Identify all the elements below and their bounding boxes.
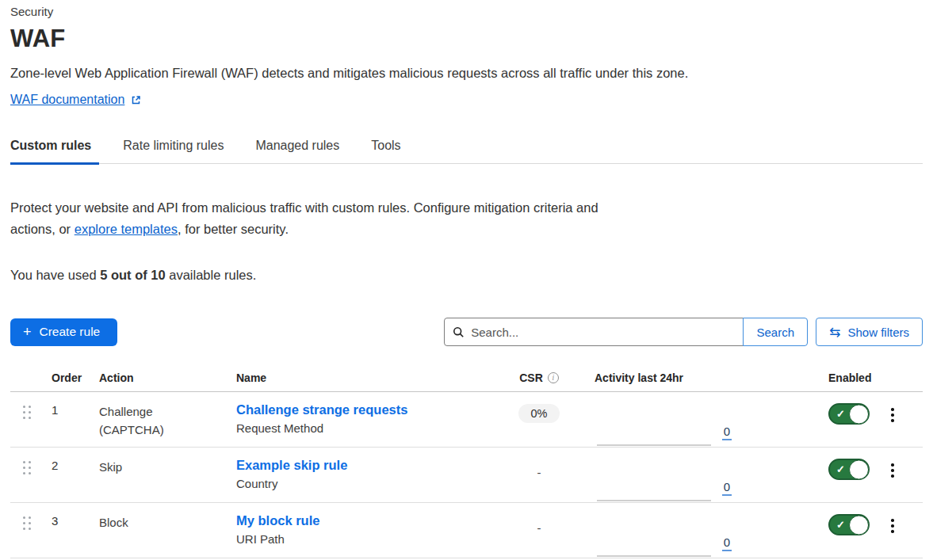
rule-action: Block <box>90 513 178 531</box>
csr-value: - <box>537 459 541 479</box>
search-button[interactable]: Search <box>743 318 808 346</box>
rule-action: Challenge (CAPTCHA) <box>90 402 178 439</box>
activity-sparkline <box>597 500 711 501</box>
plus-icon: + <box>23 325 32 339</box>
create-rule-label: Create rule <box>40 325 101 339</box>
usage-count: 5 out of 10 <box>100 268 166 282</box>
page-title: WAF <box>10 25 923 53</box>
table-row: 2 Skip Example skip rule Country - 0 ✓ <box>10 448 923 503</box>
header-drag-spacer <box>10 370 45 371</box>
row-menu-button[interactable] <box>888 516 897 536</box>
activity-cell: 0 <box>583 513 741 558</box>
show-filters-button[interactable]: ⇆ Show filters <box>816 318 923 346</box>
row-menu-button[interactable] <box>888 405 897 425</box>
create-rule-button[interactable]: + Create rule <box>10 318 117 346</box>
check-icon: ✓ <box>836 519 845 531</box>
activity-count-link[interactable]: 0 <box>722 480 732 496</box>
rule-order: 2 <box>45 458 90 472</box>
table-row: 3 Block My block rule URI Path - 0 ✓ <box>10 503 923 558</box>
rule-action: Skip <box>90 458 178 476</box>
activity-sparkline <box>597 444 711 446</box>
usage-pre: You have used <box>10 268 100 282</box>
activity-count-link[interactable]: 0 <box>722 535 732 551</box>
rule-field: Request Method <box>236 421 495 435</box>
rule-name-link[interactable]: My block rule <box>236 513 319 528</box>
tab-bar: Custom rules Rate limiting rules Managed… <box>10 139 923 164</box>
header-csr-label: CSR <box>519 371 543 384</box>
header-enabled: Enabled <box>741 370 872 384</box>
page-description: Zone-level Web Application Firewall (WAF… <box>10 66 923 81</box>
toggle-knob <box>849 459 869 479</box>
explore-templates-link[interactable]: explore templates <box>75 222 178 236</box>
header-menu-spacer <box>872 370 923 371</box>
drag-handle-icon[interactable] <box>10 458 45 474</box>
header-order: Order <box>45 370 90 384</box>
drag-handle-icon[interactable] <box>10 513 45 530</box>
table-header-row: Order Action Name CSR i Activity last 24… <box>10 365 923 392</box>
tab-custom-rules[interactable]: Custom rules <box>10 139 99 163</box>
swap-arrows-icon: ⇆ <box>829 326 840 339</box>
rule-field: URI Path <box>236 532 495 546</box>
activity-count-link[interactable]: 0 <box>722 425 732 440</box>
usage-post: available rules. <box>166 268 257 282</box>
rule-order: 1 <box>45 402 90 417</box>
header-name: Name <box>226 370 495 384</box>
usage-summary: You have used 5 out of 10 available rule… <box>10 268 923 283</box>
tab-tools[interactable]: Tools <box>371 139 408 163</box>
check-icon: ✓ <box>836 463 845 475</box>
tab-rate-limiting-rules[interactable]: Rate limiting rules <box>123 139 231 163</box>
rule-name-link[interactable]: Example skip rule <box>236 458 347 473</box>
check-icon: ✓ <box>836 408 845 420</box>
table-row: 1 Challenge (CAPTCHA) Challenge strange … <box>10 392 923 448</box>
header-activity: Activity last 24hr <box>583 370 741 384</box>
toggle-knob <box>849 404 869 424</box>
rule-field: Country <box>236 477 495 490</box>
activity-cell: 0 <box>583 458 741 502</box>
toolbar: + Create rule Search ⇆ Show filt <box>10 318 923 346</box>
intro-text-post: , for better security. <box>178 222 289 236</box>
rule-name-link[interactable]: Challenge strange requests <box>236 402 407 417</box>
rule-order: 3 <box>45 513 90 528</box>
header-csr: CSR i <box>495 370 583 384</box>
search-input[interactable] <box>471 326 735 339</box>
enabled-toggle[interactable]: ✓ <box>828 403 870 425</box>
enabled-toggle[interactable]: ✓ <box>828 459 870 480</box>
row-menu-button[interactable] <box>888 460 897 481</box>
drag-handle-icon[interactable] <box>10 402 45 419</box>
external-link-icon <box>130 94 142 106</box>
waf-documentation-link[interactable]: WAF documentation <box>10 93 124 107</box>
activity-sparkline <box>597 555 711 557</box>
waf-page: Security WAF Zone-level Web Application … <box>0 0 933 558</box>
info-icon[interactable]: i <box>548 372 559 383</box>
tab-managed-rules[interactable]: Managed rules <box>255 139 347 163</box>
intro-paragraph: Protect your website and API from malici… <box>10 197 601 240</box>
toggle-knob <box>849 515 869 535</box>
header-action: Action <box>90 370 226 384</box>
search-icon <box>453 326 465 338</box>
csr-value: - <box>537 515 541 535</box>
show-filters-label: Show filters <box>847 326 909 339</box>
activity-cell: 0 <box>583 402 741 447</box>
rules-table: Order Action Name CSR i Activity last 24… <box>10 365 923 558</box>
breadcrumb: Security <box>10 5 923 18</box>
csr-badge: 0% <box>518 404 560 423</box>
enabled-toggle[interactable]: ✓ <box>828 514 870 535</box>
search-box <box>444 318 744 346</box>
